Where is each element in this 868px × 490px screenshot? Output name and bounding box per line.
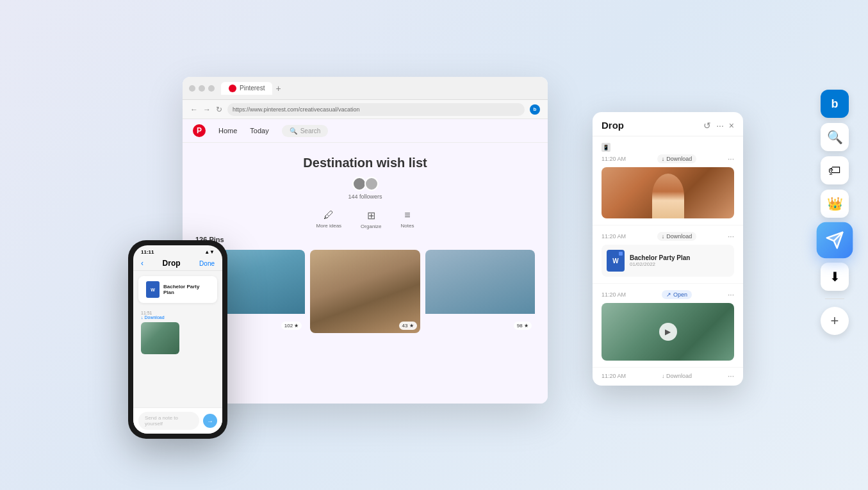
search-sidebar-icon[interactable]: 🔍: [821, 123, 849, 151]
drop-messages: 📱 11:20 AM ↓ Download ··· 11:20 AM: [593, 136, 743, 386]
drop-more-bottom[interactable]: ···: [728, 372, 734, 380]
pin-badge-1: 102 ★: [281, 322, 302, 330]
drop-file: W Bachelor Party Plan 01/02/2022: [602, 245, 734, 277]
notes-action[interactable]: ≡ Notes: [401, 209, 414, 229]
pinterest-logo: P: [193, 124, 206, 137]
tag-sidebar-icon[interactable]: 🏷: [821, 156, 849, 184]
pinterest-content: P Home Today 🔍 Search Destination wish l…: [183, 119, 548, 404]
add-tab-button[interactable]: +: [275, 83, 281, 94]
sidebar-divider: [825, 298, 844, 299]
pinterest-nav: P Home Today 🔍 Search: [183, 119, 548, 143]
mobile-signal: ▲▼: [204, 249, 215, 255]
drop-file-date: 01/02/2022: [630, 261, 729, 267]
pinterest-board-title: Destination wish list: [195, 156, 535, 170]
mobile-back-icon[interactable]: ‹: [141, 259, 143, 268]
follower-avatars: [352, 177, 379, 191]
bing-sidebar-icon[interactable]: b: [821, 90, 849, 118]
mobile-msg-time: 11:51: [141, 311, 215, 315]
drop-message-header-3: 11:20 AM ↗ Open ···: [602, 290, 734, 299]
browser-dot-green: [208, 85, 215, 92]
avatar-2: [364, 177, 379, 191]
mobile-file-name: Bachelor Party Plan: [163, 284, 209, 295]
mobile-header: ‹ Drop Done: [133, 256, 222, 271]
pin-badge-2: 43 ★: [399, 322, 417, 330]
drop-image-1: [602, 167, 734, 218]
word-doc-icon: W: [607, 250, 625, 272]
followers-count: 144 followers: [348, 193, 382, 200]
drop-file-name: Bachelor Party Plan: [630, 254, 729, 261]
mobile-phone: 11:11 ▲▼ ‹ Drop Done W Bachelor Party Pl…: [128, 240, 227, 439]
mobile-msg-image: [141, 322, 179, 354]
device-icon: 📱: [602, 143, 610, 152]
browser-addressbar: ← → ↻ https://www.pinterest.com/creative…: [183, 100, 548, 119]
organize-label: Organize: [361, 224, 381, 229]
bing-browser-icon: b: [530, 104, 540, 115]
mobile-note-input[interactable]: Send a note to yourself: [138, 412, 199, 430]
drop-refresh-icon[interactable]: ↺: [703, 120, 711, 131]
browser-titlebar: Pinterest +: [183, 77, 548, 100]
tab-label: Pinterest: [240, 85, 265, 92]
nav-home[interactable]: Home: [218, 127, 237, 135]
mobile-send-button[interactable]: →: [203, 414, 217, 428]
url-bar[interactable]: https://www.pinterest.com/creativecasual…: [227, 103, 525, 116]
more-ideas-label: More ideas: [316, 223, 342, 229]
drop-download-btn-1[interactable]: ↓ Download: [657, 154, 697, 163]
drop-file-info: Bachelor Party Plan 01/02/2022: [630, 254, 729, 267]
drop-close-icon[interactable]: ×: [729, 120, 734, 131]
sidebar-add-button[interactable]: +: [821, 307, 849, 335]
browser-dots: [189, 85, 215, 92]
back-button[interactable]: ←: [190, 105, 198, 114]
drop-header-icons: ↺ ··· ×: [703, 120, 734, 131]
pinterest-main: Destination wish list 144 followers 🖊 Mo…: [183, 143, 548, 346]
browser-tab[interactable]: Pinterest: [221, 82, 272, 95]
drop-title: Drop: [602, 120, 624, 131]
download-sidebar-icon[interactable]: ⬇: [821, 263, 849, 291]
pinterest-favicon: [229, 85, 236, 92]
url-text: https://www.pinterest.com/creativecasual…: [233, 106, 360, 113]
browser-dot-red: [189, 85, 195, 92]
drop-message-2: 11:20 AM ↓ Download ··· W Bachelor Party…: [593, 225, 743, 284]
pin-badge-3: 98 ★: [514, 322, 532, 330]
refresh-button[interactable]: ↻: [216, 105, 222, 114]
organize-action[interactable]: ⊞ Organize: [361, 209, 381, 229]
drop-message-bottom: 11:20 AM ↓ Download ···: [593, 368, 743, 386]
paper-plane-svg: [825, 231, 844, 249]
mobile-input-placeholder: Send a note to yourself: [145, 415, 178, 427]
mobile-file-item: W Bachelor Party Plan: [138, 276, 217, 303]
drop-more-1[interactable]: ···: [728, 154, 734, 163]
drop-open-btn[interactable]: ↗ Open: [662, 290, 692, 299]
mobile-msg-download[interactable]: ↓ Download: [141, 315, 215, 320]
pin-3[interactable]: 98 ★: [425, 250, 535, 333]
pins-grid: 102 ★ 43 ★ 98 ★: [195, 250, 535, 333]
mobile-done-button[interactable]: Done: [199, 260, 215, 267]
drop-more-icon[interactable]: ···: [716, 120, 724, 131]
mobile-input-area: Send a note to yourself →: [133, 407, 222, 434]
crown-sidebar-icon[interactable]: 👑: [821, 190, 849, 218]
search-placeholder: Search: [300, 127, 321, 135]
drop-message-header-1: 11:20 AM ↓ Download ···: [602, 154, 734, 163]
drop-time-1: 11:20 AM: [602, 156, 626, 162]
forward-button[interactable]: →: [203, 105, 211, 114]
browser-dot-yellow: [199, 85, 205, 92]
pinterest-search[interactable]: 🔍 Search: [282, 125, 329, 137]
right-sidebar: b 🔍 🏷 👑 ⬇ +: [817, 90, 852, 335]
drop-time-2: 11:20 AM: [602, 233, 626, 240]
notes-label: Notes: [401, 223, 414, 229]
drop-more-2[interactable]: ···: [728, 232, 734, 241]
mobile-message-area: 11:51 ↓ Download: [133, 308, 222, 407]
drop-download-btn-2[interactable]: ↓ Download: [657, 232, 697, 241]
drop-play-button[interactable]: ▶: [659, 323, 677, 341]
mobile-statusbar: 11:11 ▲▼: [133, 245, 222, 256]
drop-more-3[interactable]: ···: [728, 290, 734, 299]
more-ideas-action[interactable]: 🖊 More ideas: [316, 209, 342, 229]
nav-today[interactable]: Today: [250, 127, 268, 135]
mobile-file-icon: W: [146, 281, 160, 298]
pin-2[interactable]: 43 ★: [310, 250, 420, 333]
drop-panel: Drop ↺ ··· × 📱 11:20 AM ↓ Download ···: [593, 112, 743, 386]
browser-window: Pinterest + ← → ↻ https://www.pinterest.…: [183, 77, 548, 404]
followers-area: 144 followers: [195, 177, 535, 200]
drop-sidebar-icon[interactable]: [817, 222, 853, 259]
pinterest-actions: 🖊 More ideas ⊞ Organize ≡ Notes: [195, 209, 535, 229]
mobile-drop-title: Drop: [163, 259, 181, 268]
pins-count: 126 Pins: [195, 236, 535, 243]
